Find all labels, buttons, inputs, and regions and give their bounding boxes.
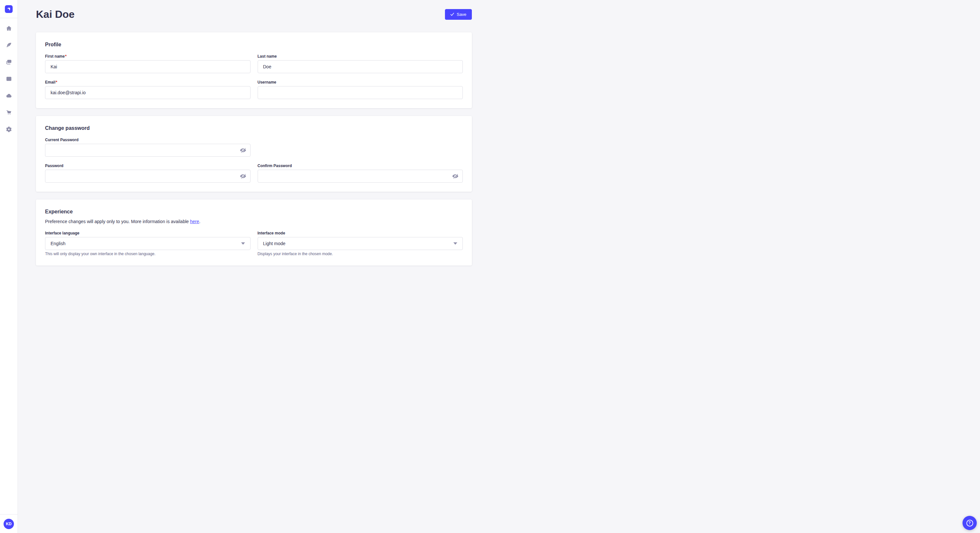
eye-slash-icon — [240, 174, 246, 179]
gear-icon — [6, 126, 12, 132]
sidebar-nav — [3, 18, 14, 133]
cards-container: Profile First name* Last name Email* — [36, 32, 472, 265]
interface-mode-hint: Displays your interface in the chosen mo… — [258, 251, 463, 257]
password-label: Password — [45, 163, 250, 168]
first-name-input[interactable] — [45, 60, 250, 73]
check-icon — [450, 13, 454, 16]
email-input[interactable] — [45, 86, 250, 99]
field-username: Username — [258, 80, 463, 99]
interface-mode-label: Interface mode — [258, 230, 463, 236]
experience-description-text: Preference changes will apply only to yo… — [45, 219, 190, 224]
first-name-label: First name* — [45, 54, 250, 59]
interface-mode-select[interactable]: Light mode — [258, 237, 463, 250]
required-asterisk: * — [56, 80, 57, 84]
page-header: Kai Doe Save — [36, 0, 472, 21]
sidebar-item-content-manager[interactable] — [3, 75, 14, 83]
last-name-label: Last name — [258, 54, 463, 59]
main-content: Kai Doe Save Profile First name* Last na… — [18, 0, 490, 265]
interface-language-label: Interface language — [45, 230, 250, 236]
sidebar-item-content-builder[interactable] — [3, 41, 14, 49]
experience-description: Preference changes will apply only to yo… — [45, 218, 463, 225]
current-password-label: Current Password — [45, 137, 250, 143]
sidebar-item-marketplace[interactable] — [3, 108, 14, 117]
required-asterisk: * — [65, 54, 67, 59]
email-label: Email* — [45, 80, 250, 85]
eye-slash-icon — [452, 174, 458, 179]
field-current-password: Current Password — [45, 137, 250, 157]
sidebar-item-home[interactable] — [3, 24, 14, 32]
cloud-icon — [6, 93, 12, 99]
eye-slash-icon — [240, 148, 246, 153]
profile-card: Profile First name* Last name Email* — [36, 32, 472, 108]
first-name-label-text: First name — [45, 54, 65, 59]
sidebar-logo-section — [0, 0, 18, 18]
experience-card: Experience Preference changes will apply… — [36, 200, 472, 265]
interface-mode-value: Light mode — [263, 241, 285, 246]
sidebar-item-media-library[interactable] — [3, 58, 14, 66]
email-label-text: Email — [45, 80, 56, 84]
layout-panel-icon — [6, 76, 12, 82]
username-input[interactable] — [258, 86, 463, 99]
sidebar: KD — [0, 0, 18, 266]
change-password-card: Change password Current Password — [36, 116, 472, 192]
interface-language-value: English — [51, 241, 65, 246]
current-password-input[interactable] — [45, 144, 250, 157]
field-interface-language: Interface language English This will onl… — [45, 230, 250, 257]
field-confirm-password: Confirm Password — [258, 163, 463, 182]
cart-icon — [6, 109, 12, 116]
last-name-input[interactable] — [258, 60, 463, 73]
interface-language-hint: This will only display your own interfac… — [45, 251, 250, 257]
media-library-icon — [6, 59, 12, 65]
field-last-name: Last name — [258, 54, 463, 73]
feather-pen-icon — [6, 42, 12, 48]
strapi-logo-icon — [5, 5, 12, 13]
home-icon — [6, 25, 12, 32]
password-input[interactable] — [45, 170, 250, 182]
confirm-password-label: Confirm Password — [258, 163, 463, 168]
strapi-logo-button[interactable] — [5, 5, 13, 13]
username-label: Username — [258, 80, 463, 85]
sidebar-item-cloud[interactable] — [3, 91, 14, 100]
experience-description-period: . — [199, 219, 200, 224]
chevron-down-icon — [241, 242, 245, 245]
interface-language-select[interactable]: English — [45, 237, 250, 250]
sidebar-item-settings[interactable] — [3, 125, 14, 133]
field-email: Email* — [45, 80, 250, 99]
save-button[interactable]: Save — [445, 9, 472, 20]
toggle-password-visibility-button[interactable] — [240, 174, 246, 179]
toggle-confirm-password-visibility-button[interactable] — [452, 174, 458, 179]
profile-card-title: Profile — [45, 41, 463, 48]
experience-card-title: Experience — [45, 209, 463, 215]
page-title: Kai Doe — [36, 8, 75, 21]
toggle-current-password-visibility-button[interactable] — [240, 148, 246, 153]
field-new-password: Password — [45, 163, 250, 182]
grid-spacer — [258, 137, 463, 157]
confirm-password-input[interactable] — [258, 170, 463, 182]
field-first-name: First name* — [45, 54, 250, 73]
more-information-link[interactable]: here — [190, 219, 199, 224]
field-interface-mode: Interface mode Light mode Displays your … — [258, 230, 463, 257]
save-button-label: Save — [457, 12, 466, 17]
chevron-down-icon — [453, 242, 457, 245]
change-password-title: Change password — [45, 125, 463, 132]
